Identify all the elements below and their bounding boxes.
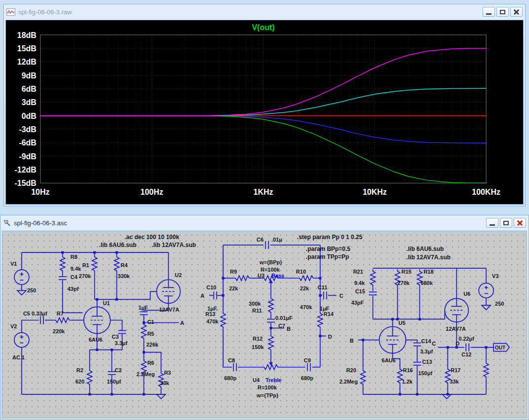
schematic-label[interactable]: .param BPp=0.5 xyxy=(306,245,350,252)
resistor[interactable] xyxy=(298,276,315,280)
resistor[interactable] xyxy=(60,255,65,273)
schematic-label[interactable]: C11 xyxy=(318,284,328,290)
schematic-label[interactable]: .lib 6AU6.sub xyxy=(99,242,137,248)
schematic-label[interactable]: R13 xyxy=(205,311,215,317)
schematic-label[interactable]: 1μF xyxy=(138,305,148,311)
voltage-source[interactable] xyxy=(479,283,493,298)
waveform-window-titlebar[interactable]: spl-fig-06-06-3.raw xyxy=(4,4,525,19)
resistor[interactable] xyxy=(114,255,119,273)
schematic-label[interactable]: R17 xyxy=(451,367,460,373)
schematic-label[interactable]: D xyxy=(455,341,459,347)
schematic-label[interactable]: 33k xyxy=(450,379,459,385)
schematic-label[interactable]: U3 xyxy=(258,273,264,279)
schematic-window-titlebar[interactable]: spl-fig-06-06-3.asc xyxy=(0,215,529,230)
schematic-label[interactable]: U6 xyxy=(463,291,470,297)
wire[interactable] xyxy=(111,320,122,330)
schematic-label[interactable]: 300k xyxy=(249,301,261,307)
plot-pane[interactable]: -15dB-12dB-9dB-6dB-3dB0dB3dB6dB9dB12dB15… xyxy=(5,20,524,205)
schematic-label[interactable]: 6AU6 xyxy=(382,357,396,363)
schematic-label[interactable]: 220k xyxy=(53,328,65,334)
schematic-label[interactable]: 33k xyxy=(160,380,169,386)
schematic-label[interactable]: C10 xyxy=(206,284,216,290)
resistor[interactable] xyxy=(268,334,273,352)
schematic-label[interactable]: A xyxy=(200,293,204,299)
schematic-label[interactable]: OUT xyxy=(495,345,505,350)
schematic-label[interactable]: 470k xyxy=(300,304,312,310)
schematic-label[interactable]: 150μf xyxy=(418,370,432,376)
asc-close-button[interactable] xyxy=(514,218,526,228)
wire[interactable] xyxy=(406,340,417,343)
schematic-label[interactable]: 9.4k xyxy=(71,266,81,272)
schematic-label[interactable]: R15 xyxy=(401,269,411,275)
schematic-label[interactable]: 330k xyxy=(118,273,130,279)
schematic-label[interactable]: w={BPp} xyxy=(259,259,282,265)
resistor[interactable] xyxy=(54,317,72,322)
schematic-label[interactable]: AC 1 xyxy=(12,354,25,360)
schematic-label[interactable]: V3 xyxy=(492,273,498,279)
schematic-label[interactable]: R5 xyxy=(147,331,154,337)
schematic-label[interactable]: R4 xyxy=(121,262,128,268)
schematic-label[interactable]: C9 xyxy=(304,357,311,363)
schematic-label[interactable]: C1 xyxy=(147,319,154,325)
schematic-label[interactable]: 22k xyxy=(300,285,309,291)
resistor[interactable] xyxy=(141,322,146,340)
schematic-label[interactable]: C4 xyxy=(71,274,78,280)
schematic-label[interactable]: U4 xyxy=(253,377,260,383)
schematic-label[interactable]: Bass xyxy=(271,273,284,279)
schematic-label[interactable]: R7 xyxy=(57,311,64,316)
schematic-label[interactable]: R10 xyxy=(296,269,306,275)
schematic-label[interactable]: Treble xyxy=(265,377,281,383)
schematic-pane[interactable]: .ac dec 100 10 100k.lib 6AU6.sub.lib 12A… xyxy=(2,231,527,418)
schematic-label[interactable]: C15 xyxy=(355,288,365,294)
vacuum-tube[interactable] xyxy=(379,327,406,353)
schematic-label[interactable]: C3 xyxy=(112,334,119,340)
schematic-label[interactable]: .ac dec 100 10 100k xyxy=(125,234,180,241)
schematic-label[interactable]: R12 xyxy=(253,336,263,342)
raw-minimize-button[interactable] xyxy=(483,7,495,17)
schematic-canvas[interactable]: .ac dec 100 10 100k.lib 6AU6.sub.lib 12A… xyxy=(2,231,527,418)
capacitor[interactable] xyxy=(466,344,469,351)
schematic-label[interactable]: 43pF xyxy=(351,300,364,306)
vacuum-tube[interactable] xyxy=(84,307,111,333)
schematic-label[interactable]: C xyxy=(432,341,436,347)
asc-maximize-button[interactable] xyxy=(500,218,512,228)
capacitor[interactable] xyxy=(307,363,310,371)
schematic-label[interactable]: R3 xyxy=(164,370,171,376)
schematic-label[interactable]: R8 xyxy=(71,254,77,260)
schematic-label[interactable]: .lib 6AU6.sub xyxy=(406,245,444,252)
resistor[interactable] xyxy=(361,369,366,386)
schematic-label[interactable]: .param TPp=Pp xyxy=(306,253,349,260)
schematic-label[interactable]: 1.2k xyxy=(402,379,413,385)
schematic-label[interactable]: R20 xyxy=(346,367,356,373)
resistor[interactable] xyxy=(371,269,376,287)
resistor[interactable] xyxy=(318,311,323,329)
schematic-label[interactable]: .01μ xyxy=(271,237,282,243)
schematic-label[interactable]: C8 xyxy=(228,357,235,363)
voltage-source[interactable] xyxy=(14,270,29,284)
capacitor[interactable] xyxy=(413,362,421,365)
schematic-label[interactable]: C7 xyxy=(278,322,285,328)
capacitor[interactable] xyxy=(118,331,126,334)
schematic-label[interactable]: 680k xyxy=(420,280,433,286)
resistor[interactable] xyxy=(221,311,226,329)
schematic-label[interactable]: 12AV7A xyxy=(159,307,179,313)
schematic-label[interactable]: U5 xyxy=(398,320,405,326)
capacitor[interactable] xyxy=(214,291,217,299)
schematic-label[interactable]: R6 xyxy=(147,360,154,366)
schematic-label[interactable]: R9 xyxy=(230,269,237,275)
schematic-label[interactable]: 2.2Meg xyxy=(136,371,154,377)
schematic-label[interactable]: 150k xyxy=(252,344,264,350)
schematic-label[interactable]: B xyxy=(287,326,291,332)
schematic-label[interactable]: 250 xyxy=(27,287,36,293)
waveform-plot[interactable]: -15dB-12dB-9dB-6dB-3dB0dB3dB6dB9dB12dB15… xyxy=(6,20,523,204)
schematic-label[interactable]: A xyxy=(180,320,184,326)
schematic-label[interactable]: 250 xyxy=(495,301,504,307)
capacitor[interactable] xyxy=(324,291,327,299)
capacitor[interactable] xyxy=(140,312,148,315)
resistor[interactable] xyxy=(87,369,92,386)
voltage-source[interactable] xyxy=(14,333,29,348)
schematic-label[interactable]: 150μf xyxy=(107,379,121,385)
schematic-label[interactable]: R2 xyxy=(76,367,83,373)
vacuum-tube[interactable] xyxy=(445,298,468,322)
schematic-label[interactable]: w={TPp} xyxy=(256,392,279,398)
